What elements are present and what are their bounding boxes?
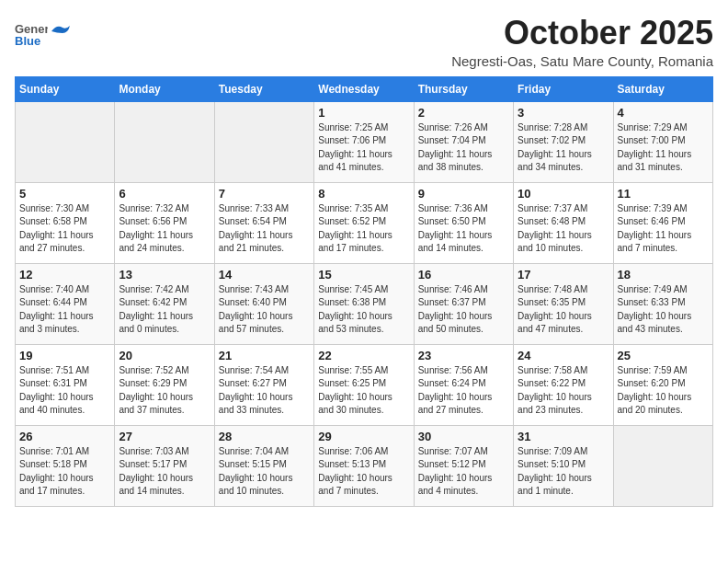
day-info: Sunrise: 7:46 AM Sunset: 6:37 PM Dayligh… <box>418 283 509 337</box>
day-info: Sunrise: 7:29 AM Sunset: 7:00 PM Dayligh… <box>618 121 709 175</box>
weekday-header-thursday: Thursday <box>414 76 513 101</box>
day-info: Sunrise: 7:51 AM Sunset: 6:31 PM Dayligh… <box>19 364 110 418</box>
day-number: 29 <box>318 430 409 443</box>
day-number: 3 <box>518 106 609 120</box>
calendar-cell: 25Sunrise: 7:59 AM Sunset: 6:20 PM Dayli… <box>613 344 712 425</box>
day-number: 8 <box>318 187 409 201</box>
day-number: 26 <box>19 430 110 443</box>
day-number: 22 <box>318 349 409 362</box>
title-area: October 2025 Negresti-Oas, Satu Mare Cou… <box>451 15 713 69</box>
day-number: 16 <box>418 268 509 282</box>
calendar-cell: 20Sunrise: 7:52 AM Sunset: 6:29 PM Dayli… <box>115 344 214 425</box>
calendar-table: SundayMondayTuesdayWednesdayThursdayFrid… <box>15 76 713 507</box>
calendar-cell: 15Sunrise: 7:45 AM Sunset: 6:38 PM Dayli… <box>314 263 414 344</box>
weekday-header-tuesday: Tuesday <box>214 76 313 101</box>
day-info: Sunrise: 7:09 AM Sunset: 5:10 PM Dayligh… <box>518 445 609 499</box>
day-info: Sunrise: 7:40 AM Sunset: 6:44 PM Dayligh… <box>19 283 110 337</box>
weekday-header-row: SundayMondayTuesdayWednesdayThursdayFrid… <box>16 76 713 101</box>
day-number: 23 <box>418 349 509 362</box>
day-number: 10 <box>518 187 609 201</box>
day-number: 15 <box>318 268 409 282</box>
calendar-cell <box>613 425 712 506</box>
day-number: 24 <box>518 349 609 362</box>
calendar-cell: 11Sunrise: 7:39 AM Sunset: 6:46 PM Dayli… <box>613 182 712 263</box>
day-info: Sunrise: 7:45 AM Sunset: 6:38 PM Dayligh… <box>318 283 409 337</box>
calendar-cell: 2Sunrise: 7:26 AM Sunset: 7:04 PM Daylig… <box>414 101 513 182</box>
day-number: 2 <box>418 106 509 120</box>
day-info: Sunrise: 7:33 AM Sunset: 6:54 PM Dayligh… <box>219 202 310 256</box>
page-header: General Blue October 2025 Negresti-Oas, … <box>15 15 713 69</box>
day-info: Sunrise: 7:39 AM Sunset: 6:46 PM Dayligh… <box>618 202 709 256</box>
calendar-cell: 17Sunrise: 7:48 AM Sunset: 6:35 PM Dayli… <box>514 263 613 344</box>
weekday-header-friday: Friday <box>514 76 613 101</box>
day-info: Sunrise: 7:37 AM Sunset: 6:48 PM Dayligh… <box>518 202 609 256</box>
svg-text:Blue: Blue <box>15 34 40 48</box>
calendar-cell: 3Sunrise: 7:28 AM Sunset: 7:02 PM Daylig… <box>514 101 613 182</box>
day-info: Sunrise: 7:26 AM Sunset: 7:04 PM Dayligh… <box>418 121 509 175</box>
day-info: Sunrise: 7:42 AM Sunset: 6:42 PM Dayligh… <box>119 283 210 337</box>
day-info: Sunrise: 7:25 AM Sunset: 7:06 PM Dayligh… <box>318 121 409 175</box>
calendar-cell: 21Sunrise: 7:54 AM Sunset: 6:27 PM Dayli… <box>214 344 313 425</box>
calendar-cell: 9Sunrise: 7:36 AM Sunset: 6:50 PM Daylig… <box>414 182 513 263</box>
day-info: Sunrise: 7:36 AM Sunset: 6:50 PM Dayligh… <box>418 202 509 256</box>
calendar-cell <box>214 101 313 182</box>
day-info: Sunrise: 7:06 AM Sunset: 5:13 PM Dayligh… <box>318 445 409 499</box>
day-number: 31 <box>518 430 609 443</box>
day-number: 12 <box>19 268 110 282</box>
day-number: 7 <box>219 187 310 201</box>
day-number: 18 <box>618 268 709 282</box>
logo-bird-icon <box>50 24 70 39</box>
day-info: Sunrise: 7:56 AM Sunset: 6:24 PM Dayligh… <box>418 364 509 418</box>
day-info: Sunrise: 7:49 AM Sunset: 6:33 PM Dayligh… <box>618 283 709 337</box>
calendar-cell: 22Sunrise: 7:55 AM Sunset: 6:25 PM Dayli… <box>314 344 414 425</box>
calendar-cell: 19Sunrise: 7:51 AM Sunset: 6:31 PM Dayli… <box>16 344 115 425</box>
calendar-cell: 12Sunrise: 7:40 AM Sunset: 6:44 PM Dayli… <box>16 263 115 344</box>
day-info: Sunrise: 7:59 AM Sunset: 6:20 PM Dayligh… <box>618 364 709 418</box>
day-number: 14 <box>219 268 310 282</box>
day-info: Sunrise: 7:04 AM Sunset: 5:15 PM Dayligh… <box>219 445 310 499</box>
calendar-cell <box>115 101 214 182</box>
day-number: 27 <box>119 430 210 443</box>
weekday-header-saturday: Saturday <box>613 76 712 101</box>
calendar-cell: 1Sunrise: 7:25 AM Sunset: 7:06 PM Daylig… <box>314 101 414 182</box>
day-number: 6 <box>119 187 210 201</box>
day-info: Sunrise: 7:54 AM Sunset: 6:27 PM Dayligh… <box>219 364 310 418</box>
day-number: 21 <box>219 349 310 362</box>
calendar-cell: 13Sunrise: 7:42 AM Sunset: 6:42 PM Dayli… <box>115 263 214 344</box>
day-info: Sunrise: 7:35 AM Sunset: 6:52 PM Dayligh… <box>318 202 409 256</box>
day-number: 4 <box>618 106 709 120</box>
calendar-cell: 26Sunrise: 7:01 AM Sunset: 5:18 PM Dayli… <box>16 425 115 506</box>
calendar-cell: 28Sunrise: 7:04 AM Sunset: 5:15 PM Dayli… <box>214 425 313 506</box>
calendar-week-row: 12Sunrise: 7:40 AM Sunset: 6:44 PM Dayli… <box>16 263 713 344</box>
calendar-cell: 24Sunrise: 7:58 AM Sunset: 6:22 PM Dayli… <box>514 344 613 425</box>
day-info: Sunrise: 7:58 AM Sunset: 6:22 PM Dayligh… <box>518 364 609 418</box>
day-number: 30 <box>418 430 509 443</box>
logo-icon: General Blue <box>15 15 48 48</box>
calendar-cell: 4Sunrise: 7:29 AM Sunset: 7:00 PM Daylig… <box>613 101 712 182</box>
calendar-cell: 16Sunrise: 7:46 AM Sunset: 6:37 PM Dayli… <box>414 263 513 344</box>
calendar-cell: 5Sunrise: 7:30 AM Sunset: 6:58 PM Daylig… <box>16 182 115 263</box>
day-info: Sunrise: 7:55 AM Sunset: 6:25 PM Dayligh… <box>318 364 409 418</box>
day-number: 1 <box>318 106 409 120</box>
calendar-cell: 14Sunrise: 7:43 AM Sunset: 6:40 PM Dayli… <box>214 263 313 344</box>
day-info: Sunrise: 7:48 AM Sunset: 6:35 PM Dayligh… <box>518 283 609 337</box>
calendar-cell: 31Sunrise: 7:09 AM Sunset: 5:10 PM Dayli… <box>514 425 613 506</box>
day-number: 13 <box>119 268 210 282</box>
calendar-week-row: 26Sunrise: 7:01 AM Sunset: 5:18 PM Dayli… <box>16 425 713 506</box>
calendar-cell: 27Sunrise: 7:03 AM Sunset: 5:17 PM Dayli… <box>115 425 214 506</box>
location-subtitle: Negresti-Oas, Satu Mare County, Romania <box>451 53 713 69</box>
weekday-header-monday: Monday <box>115 76 214 101</box>
calendar-week-row: 1Sunrise: 7:25 AM Sunset: 7:06 PM Daylig… <box>16 101 713 182</box>
logo: General Blue <box>15 15 70 48</box>
day-number: 25 <box>618 349 709 362</box>
day-info: Sunrise: 7:28 AM Sunset: 7:02 PM Dayligh… <box>518 121 609 175</box>
day-number: 9 <box>418 187 509 201</box>
month-title: October 2025 <box>451 15 713 52</box>
weekday-header-sunday: Sunday <box>16 76 115 101</box>
calendar-cell: 18Sunrise: 7:49 AM Sunset: 6:33 PM Dayli… <box>613 263 712 344</box>
day-number: 20 <box>119 349 210 362</box>
day-info: Sunrise: 7:03 AM Sunset: 5:17 PM Dayligh… <box>119 445 210 499</box>
calendar-cell: 7Sunrise: 7:33 AM Sunset: 6:54 PM Daylig… <box>214 182 313 263</box>
calendar-week-row: 19Sunrise: 7:51 AM Sunset: 6:31 PM Dayli… <box>16 344 713 425</box>
calendar-cell: 8Sunrise: 7:35 AM Sunset: 6:52 PM Daylig… <box>314 182 414 263</box>
